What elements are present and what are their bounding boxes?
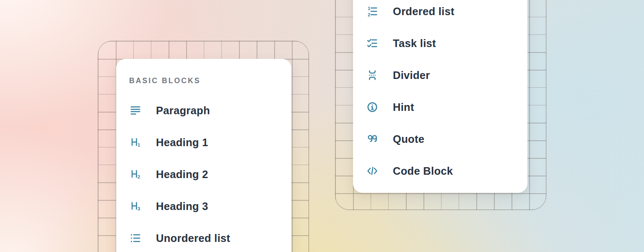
unordered-list-icon (130, 232, 141, 244)
svg-text:2: 2 (368, 12, 370, 17)
paragraph-icon (130, 105, 141, 116)
menu-item-label: Ordered list (393, 5, 454, 18)
menu-item-divider[interactable]: Divider (353, 59, 527, 91)
more-blocks-menu: 12 Ordered list Task list Divider Hint Q… (353, 0, 527, 193)
divider-icon (366, 69, 378, 81)
menu-item-paragraph[interactable]: Paragraph (116, 94, 291, 126)
heading-2-icon: 2 (130, 168, 141, 180)
svg-text:1: 1 (368, 6, 370, 11)
menu-item-heading-2[interactable]: 2 Heading 2 (116, 158, 291, 190)
menu-item-label: Paragraph (156, 105, 210, 117)
svg-text:2: 2 (138, 174, 140, 179)
menu-item-label: Heading 2 (156, 168, 208, 181)
menu-item-unordered-list[interactable]: Unordered list (116, 222, 291, 252)
menu-items-basic: Paragraph 1 Heading 1 2 Heading 2 3 Head… (116, 94, 291, 252)
ordered-list-icon: 12 (366, 5, 378, 17)
menu-item-label: Heading 3 (156, 200, 208, 213)
menu-items-more: 12 Ordered list Task list Divider Hint Q… (353, 0, 527, 187)
menu-item-hint[interactable]: Hint (353, 91, 527, 123)
svg-text:1: 1 (138, 142, 140, 147)
menu-item-label: Code Block (393, 165, 453, 177)
menu-item-label: Hint (393, 101, 414, 113)
quote-icon (366, 133, 378, 145)
menu-item-heading-1[interactable]: 1 Heading 1 (116, 126, 291, 158)
menu-item-heading-3[interactable]: 3 Heading 3 (116, 190, 291, 222)
menu-item-label: Heading 1 (156, 136, 208, 149)
heading-3-icon: 3 (130, 200, 141, 212)
menu-item-label: Quote (393, 133, 424, 145)
task-list-icon (366, 37, 378, 49)
basic-blocks-menu: BASIC BLOCKS Paragraph 1 Heading 1 2 Hea… (116, 59, 291, 252)
code-block-icon (366, 165, 378, 177)
menu-item-label: Task list (393, 37, 436, 50)
illustration-canvas: BASIC BLOCKS Paragraph 1 Heading 1 2 Hea… (0, 0, 644, 252)
menu-item-label: Divider (393, 69, 430, 81)
heading-1-icon: 1 (130, 136, 141, 148)
hint-icon (366, 101, 378, 113)
menu-item-quote[interactable]: Quote (353, 123, 527, 155)
section-label-basic-blocks: BASIC BLOCKS (129, 76, 291, 85)
menu-item-ordered-list[interactable]: 12 Ordered list (353, 0, 527, 27)
menu-item-task-list[interactable]: Task list (353, 27, 527, 59)
svg-text:3: 3 (138, 206, 140, 211)
menu-item-label: Unordered list (156, 232, 230, 244)
menu-item-code-block[interactable]: Code Block (353, 155, 527, 187)
